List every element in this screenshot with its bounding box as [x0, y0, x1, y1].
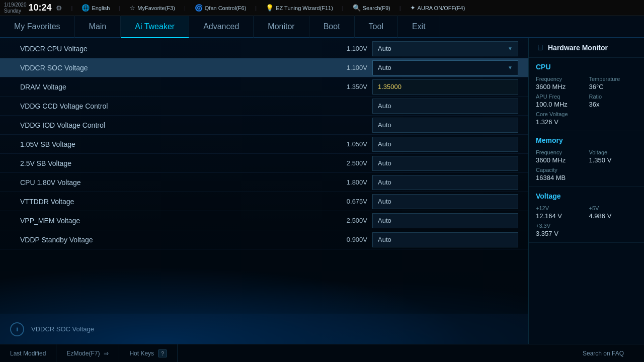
setting-row-vddcr-soc[interactable]: VDDCR SOC Voltage 1.100V Auto ▼ [0, 58, 528, 77]
setting-row-vttddr[interactable]: VTTDDR Voltage 0.675V Auto [0, 192, 528, 211]
input-sb105[interactable]: Auto [372, 137, 518, 152]
dropdown-value-vddcr-soc: Auto [378, 64, 391, 71]
tab-aitweaker[interactable]: Ai Tweaker [121, 16, 189, 38]
input-value-vttddr: Auto [378, 198, 391, 205]
setting-name-vddp-standby: VDDP Standby Voltage [20, 236, 327, 244]
setting-name-dram: DRAM Voltage [20, 83, 327, 91]
tab-main[interactable]: Main [75, 16, 121, 38]
tab-advanced[interactable]: Advanced [189, 16, 254, 38]
setting-row-vddg-iod[interactable]: VDDG IOD Voltage Control Auto [0, 116, 528, 135]
setting-name-vppmem: VPP_MEM Voltage [20, 217, 327, 225]
input-vppmem[interactable]: Auto [372, 213, 518, 228]
hardware-monitor-title: Hardware Monitor [548, 44, 608, 52]
tab-tool[interactable]: Tool [355, 16, 398, 38]
toolbar-myfavorite[interactable]: ☆ MyFavorite(F3) [129, 4, 175, 12]
setting-row-vddp-standby[interactable]: VDDP Standby Voltage 0.900V Auto [0, 230, 528, 249]
setting-name-vddg-ccd: VDDG CCD Voltage Control [20, 102, 327, 110]
setting-row-dram[interactable]: DRAM Voltage 1.350V 1.35000 [0, 77, 528, 97]
dropdown-value-vddcr-cpu: Auto [378, 45, 391, 52]
settings-list: VDDCR CPU Voltage 1.100V Auto ▼ VDDCR SO… [0, 38, 528, 250]
tab-favorites[interactable]: My Favorites [0, 16, 75, 38]
tab-exit[interactable]: Exit [398, 16, 440, 38]
toolbar-search[interactable]: 🔍 Search(F9) [353, 4, 390, 12]
eztuning-label: EZ Tuning Wizard(F11) [276, 5, 333, 11]
setting-row-vddcr-cpu[interactable]: VDDCR CPU Voltage 1.100V Auto ▼ [0, 39, 528, 58]
hotkeys-key-icon: ? [158, 349, 167, 357]
v33-label: +3.3V [536, 223, 637, 229]
v12-item: +12V 12.164 V [536, 205, 584, 220]
setting-control-cpu18[interactable]: Auto [372, 175, 518, 190]
tab-monitor[interactable]: Monitor [254, 16, 309, 38]
mem-frequency-label: Frequency [536, 149, 584, 155]
input-dram[interactable]: 1.35000 [372, 79, 518, 95]
setting-control-vddp-standby[interactable]: Auto [372, 232, 518, 247]
hardware-monitor-sidebar: 🖥 Hardware Monitor CPU Frequency 3600 MH… [528, 38, 644, 344]
aura-icon: ✦ [410, 4, 416, 12]
input-sb25[interactable]: Auto [372, 156, 518, 171]
setting-control-sb25[interactable]: Auto [372, 156, 518, 171]
cpu-ratio-label: Ratio [589, 94, 637, 100]
tab-boot[interactable]: Boot [309, 16, 355, 38]
hotkeys-label: Hot Keys [129, 350, 154, 357]
faq-label: Search on FAQ [583, 350, 624, 357]
status-ezmode[interactable]: EzMode(F7) ⇒ [56, 344, 119, 362]
description-text: VDDCR SOC Voltage [31, 325, 94, 333]
setting-control-vddcr-cpu[interactable]: Auto ▼ [372, 41, 518, 56]
dropdown-vddcr-cpu[interactable]: Auto ▼ [372, 41, 518, 56]
setting-control-vddg-ccd[interactable]: Auto [372, 99, 518, 114]
setting-name-vddcr-soc: VDDCR SOC Voltage [20, 64, 327, 72]
day-label: Sunday [4, 8, 27, 14]
setting-row-cpu18[interactable]: CPU 1.80V Voltage 1.800V Auto [0, 173, 528, 192]
dropdown-vddcr-soc[interactable]: Auto ▼ [372, 60, 518, 75]
setting-name-sb105: 1.05V SB Voltage [20, 140, 327, 148]
input-vddg-ccd[interactable]: Auto [372, 99, 518, 114]
toolbar-eztuning[interactable]: 💡 EZ Tuning Wizard(F11) [266, 4, 333, 12]
content-panel: VDDCR CPU Voltage 1.100V Auto ▼ VDDCR SO… [0, 38, 528, 344]
setting-row-sb25[interactable]: 2.5V SB Voltage 2.500V Auto [0, 154, 528, 173]
input-vddg-iod[interactable]: Auto [372, 118, 518, 133]
toolbar-qfan[interactable]: 🌀 Qfan Control(F6) [195, 4, 247, 12]
cpu-corevoltage-label: Core Voltage [536, 111, 637, 117]
cpu-apufreq-item: APU Freq 100.0 MHz [536, 94, 584, 108]
setting-control-vddg-iod[interactable]: Auto [372, 118, 518, 133]
setting-row-sb105[interactable]: 1.05V SB Voltage 1.050V Auto [0, 135, 528, 154]
setting-row-vppmem[interactable]: VPP_MEM Voltage 2.500V Auto [0, 211, 528, 230]
tab-aitweaker-label: Ai Tweaker [135, 22, 175, 31]
input-value-vddg-ccd: Auto [378, 102, 391, 110]
mem-capacity-label: Capacity [536, 167, 637, 173]
v5-item: +5V 4.986 V [589, 205, 637, 220]
status-hotkeys[interactable]: Hot Keys ? [119, 344, 178, 362]
setting-value-vppmem: 2.500V [327, 217, 367, 224]
setting-control-sb105[interactable]: Auto [372, 137, 518, 152]
input-value-sb25: Auto [378, 159, 391, 167]
status-faq[interactable]: Search on FAQ [573, 344, 634, 362]
toolbar-language[interactable]: 🌐 English [82, 4, 110, 12]
nav-tabs: My Favorites Main Ai Tweaker Advanced Mo… [0, 16, 644, 38]
memory-section: Memory Frequency 3600 MHz Voltage 1.350 … [529, 131, 644, 187]
setting-control-dram[interactable]: 1.35000 [372, 79, 518, 95]
setting-value-vddp-standby: 0.900V [327, 236, 367, 243]
input-vddp-standby[interactable]: Auto [372, 232, 518, 247]
v33-item: +3.3V 3.357 V [536, 223, 637, 237]
setting-control-vttddr[interactable]: Auto [372, 194, 518, 209]
cpu-temperature-label: Temperature [589, 76, 637, 82]
toolbar-time: 10:24 [29, 3, 52, 13]
setting-name-cpu18: CPU 1.80V Voltage [20, 178, 327, 187]
mem-voltage-value: 1.350 V [589, 156, 637, 164]
cpu-section-title: CPU [536, 63, 637, 71]
settings-icon[interactable]: ⚙ [56, 4, 62, 12]
v33-value: 3.357 V [536, 230, 637, 237]
setting-control-vddcr-soc[interactable]: Auto ▼ [372, 60, 518, 75]
memory-section-title: Memory [536, 136, 637, 144]
tab-favorites-label: My Favorites [14, 22, 60, 31]
toolbar-date: 1/19/2020 Sunday [4, 2, 27, 14]
hardware-monitor-header: 🖥 Hardware Monitor [529, 38, 644, 58]
setting-control-vppmem[interactable]: Auto [372, 213, 518, 228]
toolbar-aura[interactable]: ✦ AURA ON/OFF(F4) [410, 4, 465, 12]
input-vttddr[interactable]: Auto [372, 194, 518, 209]
setting-value-vttddr: 0.675V [327, 198, 367, 205]
setting-row-vddg-ccd[interactable]: VDDG CCD Voltage Control Auto [0, 97, 528, 116]
input-cpu18[interactable]: Auto [372, 175, 518, 190]
status-last-modified[interactable]: Last Modified [10, 344, 56, 362]
input-value-sb105: Auto [378, 140, 391, 148]
